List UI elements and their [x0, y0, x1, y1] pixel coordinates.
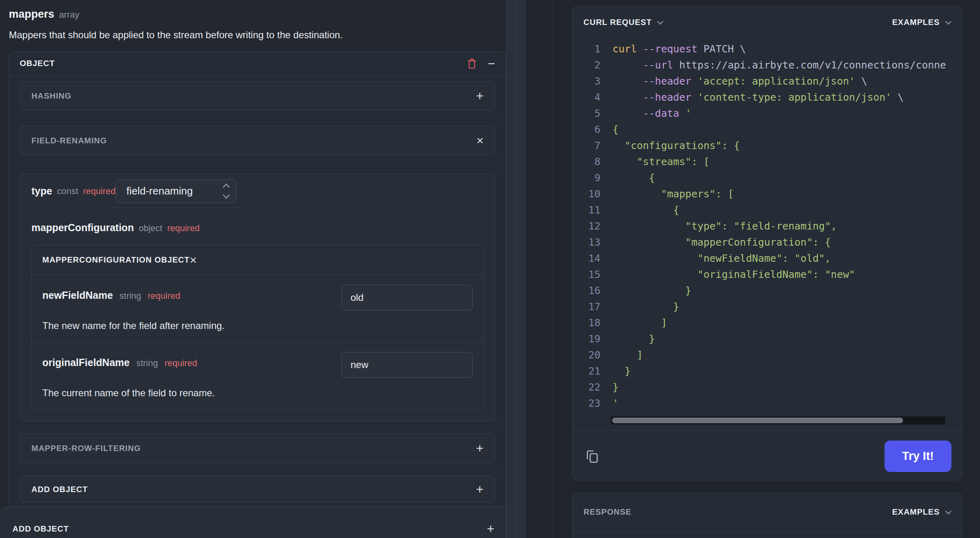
- object-card-header: OBJECT −: [9, 52, 506, 76]
- line-number: 18: [583, 315, 600, 331]
- curl-footer: Try It!: [572, 430, 962, 480]
- code-line: 2 --url https://api.airbyte.com/v1/conne…: [583, 57, 962, 73]
- field-renaming-header[interactable]: FIELD-RENAMING ×: [20, 126, 495, 155]
- examples-label: EXAMPLES: [892, 18, 940, 27]
- hashing-section[interactable]: HASHING +: [20, 81, 495, 110]
- type-required-badge: required: [83, 186, 116, 197]
- add-object-outer-plus-icon[interactable]: +: [487, 522, 494, 535]
- close-mapper-configuration-icon[interactable]: ×: [190, 254, 197, 266]
- delete-object-button[interactable]: [465, 56, 479, 72]
- mapper-configuration-name: mapperConfiguration: [31, 222, 134, 234]
- scrollbar-divider: [516, 0, 516, 538]
- collapse-object-button[interactable]: −: [488, 57, 495, 70]
- add-object-inner-button[interactable]: ADD OBJECT +: [20, 476, 495, 503]
- horizontal-scrollbar-thumb[interactable]: [612, 418, 903, 423]
- copy-button[interactable]: [583, 447, 601, 466]
- object-card-body: HASHING + FIELD-RENAMING × type const re…: [9, 76, 506, 513]
- examples-dropdown[interactable]: EXAMPLES: [892, 18, 951, 27]
- code-line: 13 "mapperConfiguration": {: [583, 234, 962, 250]
- original-field-name-description: The current name of the field to rename.: [42, 387, 473, 399]
- object-card-title: OBJECT: [20, 59, 55, 68]
- line-number: 21: [583, 363, 600, 379]
- close-field-renaming-icon[interactable]: ×: [476, 134, 484, 147]
- vertical-scrollbar[interactable]: [506, 0, 525, 538]
- new-field-name-required-badge: required: [148, 291, 181, 301]
- code-line: 3 --header 'accept: application/json' \: [583, 73, 962, 89]
- response-header: RESPONSE EXAMPLES: [572, 493, 962, 532]
- chevron-down-icon: [222, 191, 230, 199]
- code-line: 23': [583, 395, 962, 412]
- line-number: 20: [583, 347, 600, 363]
- field-renaming-title: FIELD-RENAMING: [31, 136, 107, 145]
- line-number: 15: [583, 267, 600, 283]
- code-line: 16 }: [583, 283, 962, 299]
- response-panel: RESPONSE EXAMPLES: [572, 492, 962, 538]
- horizontal-scrollbar-track: [611, 416, 945, 424]
- code-line: 12 "type": "field-renaming",: [583, 218, 962, 234]
- line-number: 22: [583, 379, 600, 395]
- mapper-row-filtering-section[interactable]: MAPPER-ROW-FILTERING +: [20, 433, 495, 463]
- original-field-name-labels: originalFieldName string required: [42, 352, 341, 368]
- add-object-inner-label: ADD OBJECT: [31, 485, 88, 494]
- code-line: 14 "newFieldName": "old",: [583, 250, 962, 267]
- chevron-up-icon: [222, 183, 230, 190]
- curl-request-panel: CURL REQUEST EXAMPLES 1curl --request PA…: [572, 6, 962, 480]
- new-field-name-description: The new name for the field after renamin…: [42, 320, 473, 331]
- line-number: 13: [583, 234, 600, 250]
- line-number: 19: [583, 331, 600, 347]
- code-block: 1curl --request PATCH \2 --url https://a…: [572, 38, 962, 412]
- add-object-inner-plus-icon[interactable]: +: [476, 483, 484, 496]
- line-number: 17: [583, 299, 600, 315]
- line-number: 8: [583, 154, 600, 170]
- add-object-outer-button[interactable]: ADD OBJECT +: [1, 507, 506, 538]
- field-name: mappers: [9, 8, 54, 21]
- mapper-configuration-card: MAPPERCONFIGURATION OBJECT × newFieldNam…: [31, 245, 484, 410]
- code-line: 5 --data ': [583, 106, 962, 122]
- code-column: CURL REQUEST EXAMPLES 1curl --request PA…: [553, 0, 980, 538]
- line-number: 1: [583, 41, 600, 57]
- response-examples-label: EXAMPLES: [892, 507, 940, 517]
- line-number: 12: [583, 218, 600, 234]
- copy-icon: [583, 448, 600, 465]
- type-select[interactable]: field-renaming: [116, 180, 237, 203]
- code-line: 22}: [583, 379, 962, 395]
- original-field-name-label: originalFieldName: [42, 357, 130, 368]
- curl-request-header: CURL REQUEST EXAMPLES: [572, 6, 962, 38]
- code-line: 1curl --request PATCH \: [583, 41, 962, 57]
- try-it-button[interactable]: Try It!: [884, 441, 951, 472]
- code-line: 9 {: [583, 170, 962, 186]
- chevron-down-icon: [945, 18, 952, 25]
- line-number: 2: [583, 57, 600, 73]
- code-line: 15 "originalFieldName": "new": [583, 267, 962, 283]
- curl-request-title: CURL REQUEST: [583, 18, 652, 27]
- mapper-configuration-kind: object: [139, 223, 162, 234]
- stepper-icon: [224, 184, 229, 198]
- object-card: OBJECT − HASHING +: [9, 51, 506, 513]
- response-title: RESPONSE: [583, 507, 631, 517]
- original-field-name-input[interactable]: [341, 352, 473, 378]
- code-line: 19 }: [583, 331, 962, 347]
- expand-hashing-icon[interactable]: +: [476, 89, 484, 102]
- code-line: 18 ]: [583, 315, 962, 331]
- type-property-name: type: [31, 185, 52, 197]
- expand-mapper-row-filtering-icon[interactable]: +: [476, 442, 484, 455]
- schema-column: mappers array Mappers that should be app…: [0, 0, 506, 538]
- type-property-row: type const required field-renaming: [20, 174, 495, 208]
- code-line: 6{: [583, 122, 962, 138]
- original-field-name-row: originalFieldName string required The cu…: [32, 342, 483, 409]
- mapper-configuration-label-row: mapperConfiguration object required: [31, 222, 484, 234]
- code-line: 11 {: [583, 202, 962, 218]
- field-renaming-body: type const required field-renaming: [20, 174, 495, 421]
- type-property-kind: const: [57, 186, 78, 197]
- new-field-name-row: newFieldName string required The new nam…: [32, 275, 483, 342]
- mapper-row-filtering-title: MAPPER-ROW-FILTERING: [31, 444, 141, 453]
- line-number: 5: [583, 106, 600, 122]
- line-number: 14: [583, 250, 600, 267]
- response-examples-dropdown[interactable]: EXAMPLES: [892, 507, 951, 517]
- field-description: Mappers that should be applied to the st…: [9, 29, 506, 41]
- line-number: 7: [583, 138, 600, 154]
- curl-request-selector[interactable]: CURL REQUEST: [583, 18, 662, 27]
- new-field-name-input[interactable]: [341, 285, 473, 310]
- code-line: 7 "configurations": {: [583, 138, 962, 154]
- mapper-configuration-card-title: MAPPERCONFIGURATION OBJECT: [42, 255, 190, 265]
